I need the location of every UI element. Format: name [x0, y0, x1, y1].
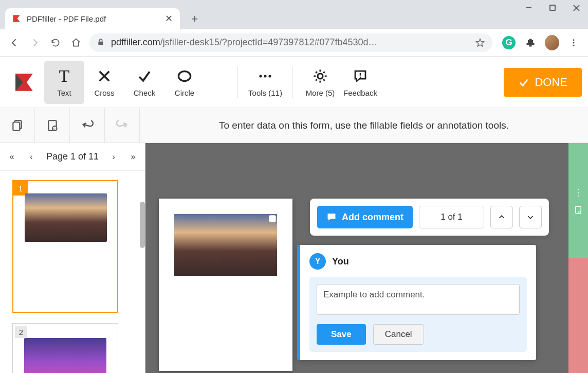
toolbar-separator: [292, 66, 293, 98]
page-preview[interactable]: [159, 199, 292, 371]
first-page-button[interactable]: «: [4, 149, 20, 165]
toolbar-separator: [237, 66, 238, 98]
comment-actions: Save Cancel: [317, 324, 520, 345]
svg-point-5: [573, 39, 575, 41]
thumbnail-image: [24, 338, 106, 373]
url-field[interactable]: pdffiller.com/jsfiller-desk15/?projectId…: [89, 33, 492, 52]
page-number-badge: 2: [15, 326, 27, 338]
sidebar: « ‹ Page 1 of 11 › » 1 2: [0, 143, 145, 373]
rail-segment-bottom[interactable]: [568, 258, 588, 374]
back-button[interactable]: [4, 32, 25, 53]
comment-input-wrap: Save Cancel: [309, 277, 527, 352]
canvas-area[interactable]: Add comment 1 of 1 Y You Save Cancel: [145, 143, 568, 373]
svg-point-10: [178, 72, 190, 81]
dots-icon: [258, 67, 272, 85]
tool-cross[interactable]: Cross: [84, 61, 124, 104]
maximize-button[interactable]: [541, 0, 564, 15]
svg-point-7: [573, 44, 575, 46]
right-rail: ⋮: [568, 143, 588, 373]
svg-rect-4: [98, 41, 103, 45]
save-button[interactable]: Save: [317, 324, 366, 345]
thumbnail-list[interactable]: 1 2: [0, 171, 145, 373]
app-toolbar: T Text Cross Check Circle Tools (11) Mor…: [0, 57, 588, 108]
extensions-icon[interactable]: [523, 35, 538, 50]
prev-comment-button[interactable]: [490, 206, 513, 228]
add-comment-button[interactable]: Add comment: [317, 206, 413, 228]
lock-icon: [97, 38, 106, 47]
scrollbar-thumb[interactable]: [140, 202, 145, 248]
grammarly-icon[interactable]: G: [502, 35, 516, 50]
check-icon: [518, 77, 529, 88]
browser-menu-icon[interactable]: [566, 35, 581, 50]
tool-check[interactable]: Check: [124, 61, 164, 104]
svg-point-12: [264, 75, 266, 77]
close-window-button[interactable]: [564, 0, 588, 15]
check-icon: [137, 67, 152, 85]
svg-point-14: [318, 74, 323, 79]
page-image: [174, 214, 277, 276]
svg-point-11: [259, 75, 262, 77]
rail-menu-icon[interactable]: ⋮: [574, 187, 583, 198]
reload-button[interactable]: [45, 32, 66, 53]
tool-tools[interactable]: Tools (11): [245, 61, 285, 104]
comment-marker-icon[interactable]: [269, 215, 276, 222]
hint-text: To enter data on this form, use the fill…: [140, 120, 588, 131]
forward-button[interactable]: [25, 32, 45, 53]
browser-window-chrome: PDFfiller - PDF File.pdf ✕ +: [0, 0, 588, 29]
tool-more[interactable]: More (5): [300, 61, 340, 104]
app-logo[interactable]: [6, 67, 42, 98]
window-controls: [517, 0, 588, 21]
url-text: pdffiller.com/jsfiller-desk15/?projectId…: [111, 37, 475, 48]
next-comment-button[interactable]: [519, 206, 542, 228]
page-navigation: « ‹ Page 1 of 11 › »: [0, 143, 145, 171]
comment-user-row: Y You: [309, 253, 527, 270]
prev-page-button[interactable]: ‹: [24, 149, 39, 165]
undo-button[interactable]: [70, 108, 105, 143]
svg-rect-21: [576, 206, 581, 214]
browser-tab[interactable]: PDFfiller - PDF File.pdf ✕: [5, 8, 180, 29]
svg-point-13: [268, 75, 271, 77]
browser-toolbar: pdffiller.com/jsfiller-desk15/?projectId…: [0, 29, 588, 57]
extension-icons: G: [502, 35, 581, 50]
main-area: « ‹ Page 1 of 11 › » 1 2: [0, 143, 588, 373]
svg-point-6: [573, 42, 575, 43]
last-page-button[interactable]: »: [125, 149, 141, 165]
pages-button[interactable]: [0, 108, 35, 143]
profile-avatar[interactable]: [545, 35, 559, 50]
tool-feedback[interactable]: Feedback: [340, 61, 380, 104]
tab-close-icon[interactable]: ✕: [163, 13, 174, 24]
page-label: Page 1 of 11: [46, 151, 99, 162]
tool-text[interactable]: T Text: [44, 61, 84, 104]
comment-toolbar: Add comment 1 of 1: [310, 199, 549, 236]
thumbnail-page-2[interactable]: 2: [12, 323, 118, 373]
tab-title: PDFfiller - PDF File.pdf: [27, 14, 163, 23]
text-icon: T: [59, 67, 70, 85]
comment-textarea[interactable]: [317, 284, 520, 315]
user-avatar-badge: Y: [309, 253, 326, 270]
next-page-button[interactable]: ›: [106, 149, 121, 165]
tab-favicon: [11, 13, 22, 24]
secondary-toolbar: To enter data on this form, use the fill…: [0, 108, 588, 143]
rail-segment-top[interactable]: ⋮: [568, 143, 588, 258]
comment-counter: 1 of 1: [419, 206, 484, 228]
done-button[interactable]: DONE: [504, 68, 582, 97]
cancel-button[interactable]: Cancel: [373, 324, 424, 345]
gear-icon: [313, 67, 328, 85]
tool-circle[interactable]: Circle: [164, 61, 205, 104]
comment-icon: [326, 212, 337, 222]
settings-doc-button[interactable]: [35, 108, 70, 143]
thumbnail-image: [25, 193, 107, 242]
comment-panel: Y You Save Cancel: [297, 245, 536, 360]
minimize-button[interactable]: [517, 0, 541, 15]
redo-button[interactable]: [105, 108, 140, 143]
cross-icon: [97, 67, 112, 85]
thumbnail-page-1[interactable]: 1: [12, 180, 118, 313]
star-icon[interactable]: [475, 38, 485, 48]
svg-rect-1: [550, 5, 555, 10]
svg-point-16: [360, 77, 361, 78]
feedback-icon: [353, 67, 368, 85]
home-button[interactable]: [66, 32, 86, 53]
rail-doc-icon[interactable]: [574, 205, 583, 215]
circle-icon: [177, 67, 192, 85]
new-tab-button[interactable]: +: [187, 11, 203, 27]
